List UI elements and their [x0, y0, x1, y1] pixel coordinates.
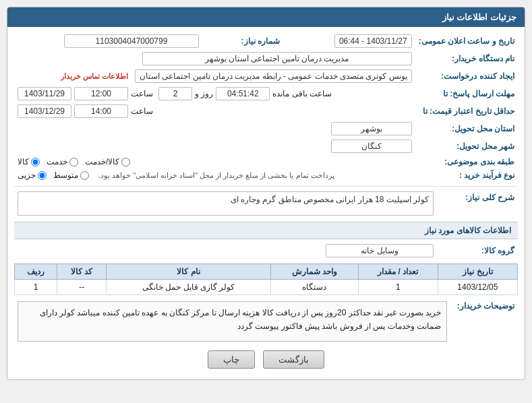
- namdastgah-value: مدیریت درمان تامین اجتماعی استان بوشهر: [14, 50, 415, 67]
- hadaqal-time: 14:00: [74, 104, 128, 118]
- mohlat-label: مهلت ارسال پاسخ: تا: [415, 85, 518, 102]
- ostan-input: بوشهر: [331, 122, 412, 135]
- tabagheh-radio-group: کالا/خدمت خدمت کالا: [18, 157, 412, 166]
- radio-jozi[interactable]: جزیی: [18, 170, 47, 180]
- hadaqal-time-label: ساعت: [131, 106, 153, 116]
- noe-value: پرداخت تمام یا بخشی از مبلغ خریدار از مح…: [14, 168, 415, 182]
- grohe-table: گروه کالا: وسایل خانه: [14, 242, 518, 259]
- col-tedad: تعداد / مقدار: [358, 264, 438, 280]
- towzihat-value: خرید بصورت غیر نقد حداکثر 20روز پس از در…: [14, 298, 450, 344]
- radio-motevaset-label: متوسط: [53, 170, 78, 180]
- towzihat-table: توضیحات خریدار: خرید بصورت غیر نقد حداکث…: [14, 298, 518, 344]
- grohe-row: گروه کالا: وسایل خانه: [14, 242, 518, 259]
- radio-kala-label: کالا: [18, 157, 29, 166]
- page-title: جزئیات اطلاعات نیاز: [442, 12, 516, 22]
- tabagheh-value: کالا/خدمت خدمت کالا: [14, 155, 415, 168]
- hadaqal-value: ساعت 14:00 1403/12/29: [14, 102, 415, 120]
- col-kod: کد کالا: [57, 264, 107, 280]
- info-table: تاریخ و ساعت اعلان عمومی: 1403/11/27 - 0…: [14, 32, 518, 182]
- col-vahed: واحد شمارش: [270, 264, 358, 280]
- print-button[interactable]: چاپ: [208, 350, 255, 369]
- col-name: نام کالا: [107, 264, 270, 280]
- mohlat-value: ساعت باقی مانده 04:51:42 روز و 2 ساعت 12…: [14, 85, 415, 102]
- cell-tedad: 1: [358, 280, 438, 295]
- noe-row: پرداخت تمام یا بخشی از مبلغ خریدار از مح…: [18, 170, 412, 180]
- radio-kala-khedmat-input[interactable]: [121, 158, 130, 166]
- shomare-label: شماره نیاز:: [202, 32, 283, 50]
- sharh-input: کولر اسپلیت 18 هزار ایرانی مخصوص مناطق گ…: [18, 191, 434, 216]
- date1-input: 1403/11/29: [18, 87, 71, 100]
- radio-jozi-label: جزیی: [18, 170, 36, 180]
- radio-khedmat-label: خدمت: [47, 157, 67, 166]
- ijad-link[interactable]: اطلاعات تماس خریدار: [61, 72, 128, 80]
- grohe-value: وسایل خانه: [14, 242, 437, 259]
- radio-jozi-input[interactable]: [38, 171, 47, 180]
- ittila-section-title: اطلاعات کالاهای مورد نیاز: [14, 222, 518, 239]
- noe-radio-group: متوسط جزیی: [18, 170, 89, 180]
- table-row: استان محل تحویل: بوشهر: [14, 120, 518, 137]
- shahr-input: کنگان: [331, 140, 412, 153]
- cell-radif: 1: [15, 280, 57, 295]
- radio-kala-khedmat[interactable]: کالا/خدمت: [85, 157, 130, 166]
- divider1: [14, 186, 518, 187]
- ostan-value: بوشهر: [14, 120, 415, 137]
- table-row: ایجاد کننده درخواست: یونس کوتری متصدی خد…: [14, 67, 518, 85]
- table-row: حداقل تاریخ اعتبار قیمت: تا ساعت 14:00 1…: [14, 102, 518, 120]
- remaining-suffix: ساعت باقی مانده: [272, 89, 332, 98]
- tarikh-input: 1403/11/27 - 06:44: [334, 34, 412, 48]
- goods-table: تاریخ نیاز تعداد / مقدار واحد شمارش نام …: [14, 264, 518, 295]
- card-header: جزئیات اطلاعات نیاز: [7, 7, 525, 27]
- table-row: مهلت ارسال پاسخ: تا ساعت باقی مانده 04:5…: [14, 85, 518, 102]
- sharh-label: شرح کلی نیاز:: [437, 189, 518, 218]
- radio-kala-input[interactable]: [31, 158, 40, 166]
- hadaqal-row: ساعت 14:00 1403/12/29: [18, 104, 412, 118]
- shahr-label: شهر محل تحویل:: [415, 137, 518, 155]
- radio-kala[interactable]: کالا: [18, 157, 40, 166]
- sharh-table: شرح کلی نیاز: کولر اسپلیت 18 هزار ایرانی…: [14, 189, 518, 218]
- radio-kala-khedmat-label: کالا/خدمت: [85, 157, 119, 166]
- time1-label: ساعت: [131, 89, 153, 98]
- time1-input: 12:00: [74, 87, 128, 100]
- tabagheh-label: طبقه بندی موضوعی:: [415, 155, 518, 168]
- back-button[interactable]: بازگشت: [263, 350, 324, 369]
- remaining-input: 04:51:42: [216, 87, 270, 100]
- radio-khedmat-input[interactable]: [69, 158, 78, 166]
- grohe-input: وسایل خانه: [326, 244, 434, 257]
- table-row: طبقه بندی موضوعی: کالا/خدمت خدمت: [14, 155, 518, 168]
- goods-table-header-row: تاریخ نیاز تعداد / مقدار واحد شمارش نام …: [15, 264, 518, 280]
- table-row: تاریخ و ساعت اعلان عمومی: 1403/11/27 - 0…: [14, 32, 518, 50]
- radio-motevaset-input[interactable]: [80, 171, 89, 180]
- page-wrapper: جزئیات اطلاعات نیاز تاریخ و ساعت اعلان ع…: [0, 0, 532, 403]
- shomare-input: 1103004047000799: [64, 34, 199, 48]
- hadaqal-date: 1403/12/29: [18, 104, 71, 118]
- days-suffix: روز و: [195, 89, 213, 98]
- button-row: بازگشت چاپ: [14, 350, 518, 374]
- namdastgah-input: مدیریت درمان تامین اجتماعی استان بوشهر: [142, 52, 412, 65]
- noe-note: پرداخت تمام یا بخشی از مبلغ خریدار از مح…: [98, 171, 334, 180]
- table-row: نام دستگاه خریدار: مدیریت درمان تامین اج…: [14, 50, 518, 67]
- tarikh-label: تاریخ و ساعت اعلان عمومی:: [415, 32, 518, 50]
- sharh-row: شرح کلی نیاز: کولر اسپلیت 18 هزار ایرانی…: [14, 189, 518, 218]
- radio-motevaset[interactable]: متوسط: [53, 170, 89, 180]
- ijad-input: یونس کوتری متصدی خدمات عمومی - رابطه مدی…: [135, 69, 412, 83]
- mohlat-row: ساعت باقی مانده 04:51:42 روز و 2 ساعت 12…: [18, 87, 412, 100]
- radio-khedmat[interactable]: خدمت: [47, 157, 78, 166]
- ijad-label: ایجاد کننده درخواست:: [415, 67, 518, 85]
- namdastgah-label: نام دستگاه خریدار:: [415, 50, 518, 67]
- table-row: نوع فرآیند خرید : پرداخت تمام یا بخشی از…: [14, 168, 518, 182]
- noe-label: نوع فرآیند خرید :: [415, 168, 518, 182]
- towzihat-label: توضیحات خریدار:: [450, 298, 518, 344]
- towzihat-box: خرید بصورت غیر نقد حداکثر 20روز پس از در…: [18, 301, 447, 342]
- towzihat-row: توضیحات خریدار: خرید بصورت غیر نقد حداکث…: [14, 298, 518, 344]
- col-radif: ردیف: [15, 264, 57, 280]
- cell-tarikh: 1403/12/05: [438, 280, 517, 295]
- hadaqal-label: حداقل تاریخ اعتبار قیمت: تا: [415, 102, 518, 120]
- goods-table-row: 1403/12/05 1 دستگاه کولر گازی قابل حمل خ…: [15, 280, 518, 295]
- days-input: 2: [158, 87, 192, 100]
- ostan-label: استان محل تحویل:: [415, 120, 518, 137]
- card-body: تاریخ و ساعت اعلان عمومی: 1403/11/27 - 0…: [7, 27, 525, 379]
- col-tarikh: تاریخ نیاز: [438, 264, 517, 280]
- shomare-value: 1103004047000799: [14, 32, 202, 50]
- grohe-label: گروه کالا:: [437, 242, 518, 259]
- ijad-value: یونس کوتری متصدی خدمات عمومی - رابطه مدی…: [14, 67, 415, 85]
